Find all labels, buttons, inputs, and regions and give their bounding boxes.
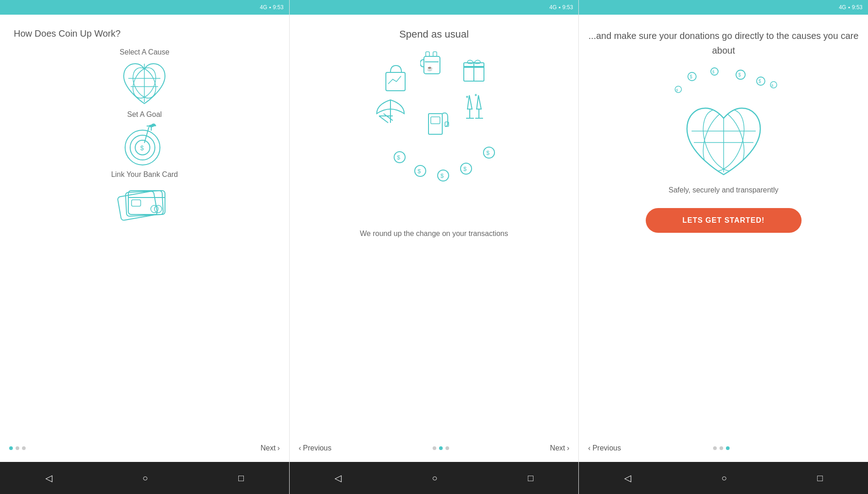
step-label-2: Set A Goal <box>127 110 162 119</box>
home-icon-1[interactable]: ○ <box>143 473 148 483</box>
back-icon-1[interactable]: ◁ <box>45 472 52 483</box>
floating-coin-2: $ <box>710 67 719 76</box>
signal-icon-3: 4G <box>839 4 846 11</box>
goal-target-icon: $ <box>121 122 167 166</box>
screen3-content: ...and make sure your donations go direc… <box>579 15 868 434</box>
back-icon-2[interactable]: ◁ <box>335 472 341 483</box>
time-display-3: 9:53 <box>852 4 863 11</box>
select-cause-section: Select A Cause <box>119 48 170 106</box>
battery-icon-2: ▪ <box>559 4 560 11</box>
step-label-3: Link Your Bank Card <box>111 170 178 179</box>
svg-text:☕: ☕ <box>427 65 433 71</box>
svg-rect-22 <box>386 72 405 91</box>
chevron-left-icon-2: ‹ <box>299 444 301 452</box>
beach-icon <box>374 98 407 127</box>
svg-text:$: $ <box>440 172 444 179</box>
dot-2-3 <box>445 446 449 450</box>
champagne-icon: ✦ ✦ <box>464 93 489 123</box>
svg-text:$: $ <box>418 168 421 175</box>
svg-text:$: $ <box>771 83 774 88</box>
money-heart: $ $ $ $ $ <box>664 67 783 177</box>
dot-1-2 <box>16 446 19 450</box>
recents-icon-1[interactable]: □ <box>238 473 244 483</box>
dot-1-1 <box>9 446 13 450</box>
dot-3-1 <box>713 446 717 450</box>
home-icon-2[interactable]: ○ <box>432 473 437 483</box>
dot-2-1 <box>433 446 436 450</box>
round-description: We round up the change on your transacti… <box>360 228 508 239</box>
battery-icon: ▪ <box>269 4 271 11</box>
svg-rect-17 <box>424 56 440 74</box>
globe-heart-large-icon <box>678 94 769 177</box>
next-button-2[interactable]: Next › <box>550 444 569 452</box>
bottom-nav-3: ◁ ○ □ <box>579 462 868 494</box>
coffee-icon: ☕ <box>420 49 445 77</box>
screen2-content: Spend as usual ☕ <box>290 15 579 434</box>
nav-bar-3: ‹ Previous <box>579 434 868 462</box>
screen1-content: How Does Coin Up Work? Select A Cause Se… <box>0 15 289 434</box>
svg-rect-31 <box>431 117 440 124</box>
screen3-title: ...and make sure your donations go direc… <box>588 28 859 58</box>
recents-icon-3[interactable]: □ <box>817 473 823 483</box>
page-dots-1 <box>9 446 26 450</box>
svg-text:$: $ <box>140 144 144 152</box>
dot-3-3 <box>726 446 730 450</box>
spending-icons: ☕ <box>365 49 503 224</box>
svg-text:$: $ <box>690 74 692 79</box>
svg-line-28 <box>384 114 393 121</box>
floating-coin-4: $ <box>756 76 766 86</box>
coin-3: $ <box>436 169 450 182</box>
dot-1-3 <box>22 446 26 450</box>
screen-3: 4G ▪ 9:53 ...and make sure your donation… <box>579 0 868 494</box>
link-bank-section: Link Your Bank Card <box>111 170 178 224</box>
status-bar-3: 4G ▪ 9:53 <box>579 0 868 15</box>
screen2-title: Spend as usual <box>399 28 469 40</box>
svg-rect-18 <box>426 52 429 56</box>
prev-button-3[interactable]: ‹ Previous <box>588 444 621 452</box>
gift-icon <box>461 56 487 83</box>
back-icon-3[interactable]: ◁ <box>624 472 631 483</box>
next-button-1[interactable]: Next › <box>260 444 280 452</box>
screen-1: 4G ▪ 9:53 How Does Coin Up Work? Select … <box>0 0 290 494</box>
nav-bar-2: ‹ Previous Next › <box>290 434 579 462</box>
svg-text:$: $ <box>738 72 741 77</box>
page-dots-3 <box>713 446 730 450</box>
shopping-bag-icon <box>384 63 409 93</box>
coin-4: $ <box>459 162 473 176</box>
chevron-left-icon-3: ‹ <box>588 444 590 452</box>
svg-text:$: $ <box>676 88 678 92</box>
gas-pump-icon <box>425 104 450 137</box>
status-bar-2: 4G ▪ 9:53 <box>290 0 579 15</box>
page-dots-2 <box>433 446 449 450</box>
bank-cards-icon <box>117 182 172 224</box>
svg-text:$: $ <box>463 165 467 172</box>
svg-rect-19 <box>433 52 437 56</box>
svg-text:$: $ <box>712 70 714 74</box>
screen3-subtitle: Safely, securely and transparently <box>669 186 779 194</box>
battery-icon-3: ▪ <box>848 4 850 11</box>
screen-2: 4G ▪ 9:53 Spend as usual ☕ <box>290 0 579 494</box>
home-icon-3[interactable]: ○ <box>721 473 727 483</box>
svg-text:$: $ <box>397 154 401 161</box>
floating-coin-3: $ <box>735 69 746 80</box>
set-goal-section: Set A Goal $ <box>121 110 167 166</box>
bottom-nav-1: ◁ ○ □ <box>0 462 289 494</box>
time-display-2: 9:53 <box>562 4 573 11</box>
bottom-nav-2: ◁ ○ □ <box>290 462 579 494</box>
floating-coin-5: $ <box>674 85 682 93</box>
status-bar-1: 4G ▪ 9:53 <box>0 0 289 15</box>
coin-1: $ <box>393 150 407 164</box>
svg-text:✦: ✦ <box>474 93 478 98</box>
signal-icon: 4G <box>260 4 267 11</box>
get-started-button[interactable]: LETS GET STARTED! <box>646 208 802 233</box>
coin-2: $ <box>413 164 427 178</box>
dot-2-2 <box>439 446 443 450</box>
dot-3-2 <box>720 446 723 450</box>
svg-rect-14 <box>132 200 141 206</box>
svg-text:✦: ✦ <box>465 94 469 99</box>
chevron-right-icon: › <box>277 444 280 452</box>
step-label-1: Select A Cause <box>120 48 170 56</box>
prev-button-2[interactable]: ‹ Previous <box>299 444 332 452</box>
recents-icon-2[interactable]: □ <box>528 473 533 483</box>
signal-icon-2: 4G <box>549 4 557 11</box>
